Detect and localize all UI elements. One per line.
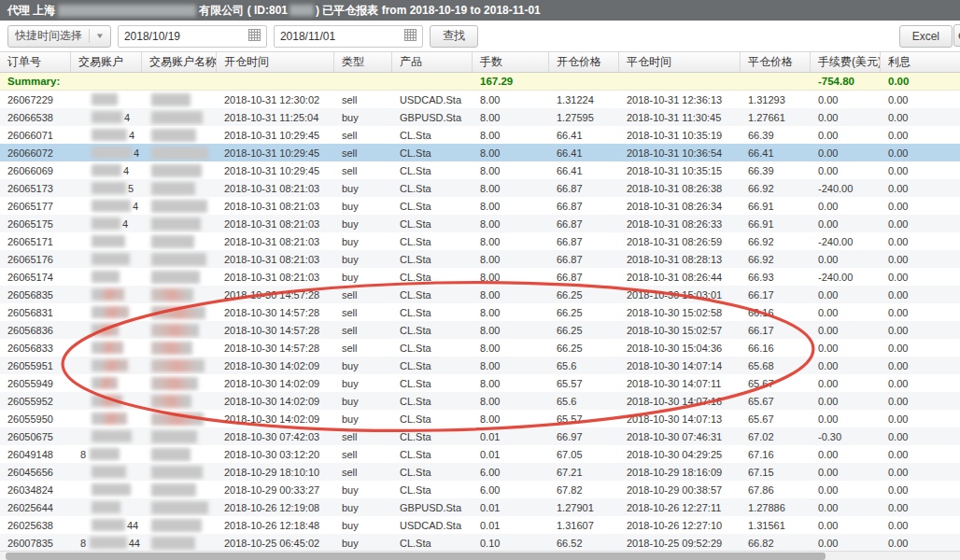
chevron-down-icon: ▼ (95, 32, 105, 40)
table-row[interactable]: 260456562018-10-29 18:10:10sellCL.Sta6.0… (0, 463, 960, 481)
close-price-cell: 1.31293 (741, 91, 811, 108)
column-header[interactable]: 平仓价格 (741, 52, 811, 72)
redacted-account-number (92, 430, 132, 442)
date-to-input[interactable]: 2018/11/01 (274, 25, 423, 48)
open-price-cell: 66.25 (549, 321, 619, 339)
order-cell: 26034824 (0, 481, 71, 498)
column-header[interactable]: 交易账户名称 (142, 52, 217, 72)
table-row[interactable]: 2606653842018-10-31 11:25:04buyGBPUSD.St… (0, 108, 960, 126)
column-header[interactable]: 开仓时间 (217, 52, 334, 72)
type-cell: buy (334, 108, 392, 126)
type-cell: sell (334, 286, 392, 303)
table-row[interactable]: 2606607242018-10-31 10:29:45sellCL.Sta8.… (0, 144, 960, 161)
order-cell: 26045656 (0, 463, 71, 481)
product-cell: CL.Sta (392, 286, 473, 303)
column-header[interactable]: 订单号 (0, 52, 71, 72)
product-cell: CL.Sta (392, 321, 473, 339)
toolbar: 快捷时间选择 ▼ 2018/10/19 2018/11/01 查找 Excel … (0, 21, 960, 51)
column-header[interactable]: 手数 (473, 52, 549, 72)
close-price-cell: 65.67 (741, 392, 811, 410)
redacted-account-number (92, 342, 123, 354)
partial-clipped-button[interactable]: e (953, 24, 960, 47)
column-header[interactable]: 手续费(美元) (811, 52, 881, 72)
lots-cell: 8.00 (473, 339, 549, 357)
table-row[interactable]: 26025638442018-10-26 12:18:48buyUSDCAD.S… (0, 516, 960, 534)
redacted-account-number (92, 93, 118, 105)
table-row[interactable]: 260651762018-10-31 08:21:03buyCL.Sta8.00… (0, 250, 960, 268)
summary-interest: 0.00 (881, 73, 960, 90)
product-cell: CL.Sta (392, 144, 473, 161)
table-row[interactable]: 2604914882018-10-30 03:12:20sellCL.Sta0.… (0, 445, 960, 463)
close-price-cell: 66.17 (741, 286, 811, 303)
table-row[interactable]: 260078358442018-10-25 06:45:02buyCL.Sta0… (0, 534, 960, 552)
table-row[interactable]: 260568362018-10-30 14:57:28sellCL.Sta8.0… (0, 321, 960, 339)
quick-time-select-dropdown[interactable]: 快捷时间选择 ▼ (7, 25, 111, 48)
account-cell (71, 357, 142, 374)
redacted-account-name (151, 147, 208, 160)
column-header[interactable]: 交易账户 (71, 52, 142, 72)
calendar-icon[interactable] (404, 29, 416, 44)
table-row[interactable]: 260672292018-10-31 12:30:02sellUSDCAD.St… (0, 91, 960, 108)
commission-cell: 0.00 (811, 374, 881, 392)
commission-cell: 0.00 (811, 91, 881, 108)
redacted-account-number (90, 448, 120, 460)
column-header[interactable]: 产品 (392, 52, 473, 72)
type-cell: buy (334, 197, 392, 215)
date-from-input[interactable]: 2018/10/19 (118, 25, 267, 48)
account-cell: 4 (71, 144, 142, 161)
close-price-cell: 67.02 (741, 427, 811, 445)
table-row[interactable]: 260651742018-10-31 08:21:03buyCL.Sta8.00… (0, 268, 960, 286)
column-header[interactable]: 开仓价格 (549, 52, 619, 72)
table-row[interactable]: 260568312018-10-30 14:57:28sellCL.Sta8.0… (0, 303, 960, 321)
table-row[interactable]: 260559502018-10-30 14:02:09buyCL.Sta8.00… (0, 410, 960, 427)
commission-cell: 0.00 (811, 445, 881, 463)
type-cell: buy (334, 250, 392, 268)
close-time-cell: 2018-10-29 00:38:57 (619, 481, 741, 498)
table-row[interactable]: 260559492018-10-30 14:02:09buyCL.Sta8.00… (0, 374, 960, 392)
interest-cell: 0.00 (881, 498, 960, 516)
table-body: 260672292018-10-31 12:30:02sellUSDCAD.St… (0, 91, 960, 552)
table-row[interactable]: 260568332018-10-30 14:57:28sellCL.Sta8.0… (0, 339, 960, 357)
table-row[interactable]: 260568352018-10-30 14:57:28sellCL.Sta8.0… (0, 286, 960, 303)
close-time-cell: 2018-10-31 08:26:34 (619, 197, 741, 215)
open-price-cell: 65.57 (549, 410, 619, 427)
table-row[interactable]: 2606517742018-10-31 08:21:03buyCL.Sta8.0… (0, 197, 960, 215)
close-price-cell: 1.27886 (741, 498, 811, 516)
summary-row: Summary: 167.29 -754.80 0.00 (0, 73, 960, 91)
table-row[interactable]: 260559512018-10-30 14:02:09buyCL.Sta8.00… (0, 357, 960, 374)
table-row[interactable]: 260348242018-10-29 00:33:27buyCL.Sta6.00… (0, 481, 960, 498)
horizontal-scrollbar-thumb[interactable] (6, 553, 826, 560)
redacted-account-number (90, 537, 127, 549)
excel-export-button[interactable]: Excel (899, 25, 953, 48)
table-row[interactable]: 2606517542018-10-31 08:21:03buyCL.Sta8.0… (0, 215, 960, 232)
horizontal-scrollbar[interactable] (0, 551, 960, 560)
type-cell: buy (334, 179, 392, 197)
table-row[interactable]: 2606606942018-10-31 10:29:45sellCL.Sta8.… (0, 161, 960, 179)
redacted-account-number (92, 253, 130, 265)
close-price-cell: 67.15 (741, 463, 811, 481)
commission-cell: 0.00 (811, 197, 881, 215)
order-cell: 26066069 (0, 161, 71, 179)
open-price-cell: 66.25 (549, 303, 619, 321)
table-row[interactable]: 260506752018-10-30 07:42:03sellCL.Sta0.0… (0, 427, 960, 445)
account-cell (71, 374, 142, 392)
table-row[interactable]: 260559522018-10-30 14:02:09buyCL.Sta8.00… (0, 392, 960, 410)
product-cell: CL.Sta (392, 374, 473, 392)
calendar-icon[interactable] (248, 29, 261, 44)
close-time-cell: 2018-10-30 07:46:31 (619, 427, 741, 445)
commission-cell: -240.00 (811, 179, 881, 197)
table-row[interactable]: 260651712018-10-31 08:21:03buyCL.Sta8.00… (0, 232, 960, 250)
column-header[interactable]: 利息 (881, 52, 960, 72)
table-row[interactable]: 2606517352018-10-31 08:21:03buyCL.Sta8.0… (0, 179, 960, 197)
column-header[interactable]: 类型 (334, 52, 392, 72)
account-name-cell (142, 286, 217, 303)
account-cell (71, 339, 142, 357)
close-time-cell: 2018-10-30 15:04:36 (619, 339, 741, 357)
close-price-cell: 67.16 (741, 445, 811, 463)
account-name-cell (142, 197, 217, 215)
account-cell (71, 268, 142, 286)
table-row[interactable]: 260256442018-10-26 12:19:08buyGBPUSD.Sta… (0, 498, 960, 516)
table-row[interactable]: 2606607142018-10-31 10:29:45sellCL.Sta8.… (0, 126, 960, 144)
search-button[interactable]: 查找 (430, 25, 478, 48)
column-header[interactable]: 平仓时间 (619, 52, 741, 72)
